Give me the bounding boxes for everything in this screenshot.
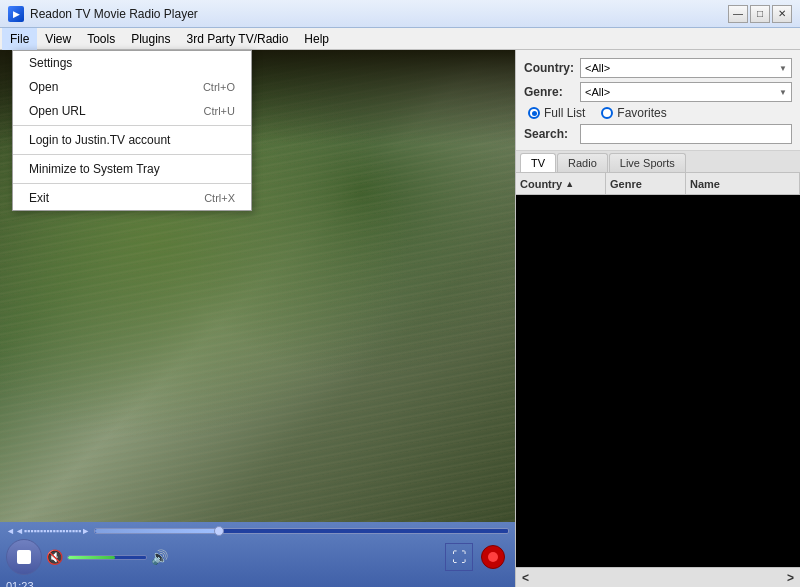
- menu-help[interactable]: Help: [296, 28, 337, 50]
- volume-icon[interactable]: 🔊: [151, 549, 168, 565]
- table-body: [516, 195, 800, 567]
- list-type-row: Full List Favorites: [524, 106, 792, 120]
- title-bar: ▶ Readon TV Movie Radio Player — □ ✕: [0, 0, 800, 28]
- menu-thirdparty[interactable]: 3rd Party TV/Radio: [179, 28, 297, 50]
- full-list-radio-circle: [528, 107, 540, 119]
- progress-thumb: [214, 526, 224, 536]
- filter-panel: Country: <All> ▼ Genre: <All> ▼ Full Lis…: [516, 50, 800, 151]
- record-button[interactable]: [481, 545, 505, 569]
- volume-track[interactable]: [67, 555, 147, 560]
- th-country[interactable]: Country ▲: [516, 173, 606, 194]
- favorites-radio-circle: [601, 107, 613, 119]
- menu-separator-1: [13, 125, 251, 126]
- maximize-button[interactable]: □: [750, 5, 770, 23]
- menu-open-url[interactable]: Open URL Ctrl+U: [13, 99, 251, 123]
- stop-icon: [17, 550, 31, 564]
- channel-table: Country ▲ Genre Name < >: [516, 173, 800, 587]
- sort-arrow-country: ▲: [565, 179, 574, 189]
- progress-label: ◄◄▪▪▪▪▪▪▪▪▪▪▪▪▪▪▪▪▪▪►: [6, 526, 90, 536]
- progress-track[interactable]: [94, 528, 509, 534]
- th-name[interactable]: Name: [686, 173, 800, 194]
- menu-plugins[interactable]: Plugins: [123, 28, 178, 50]
- menu-minimize-tray[interactable]: Minimize to System Tray: [13, 157, 251, 181]
- tab-radio[interactable]: Radio: [557, 153, 608, 172]
- menu-file[interactable]: File: [2, 28, 37, 50]
- fullscreen-button[interactable]: ⛶: [445, 543, 473, 571]
- search-input[interactable]: [580, 124, 792, 144]
- menu-exit[interactable]: Exit Ctrl+X: [13, 186, 251, 210]
- favorites-label: Favorites: [617, 106, 666, 120]
- stop-button[interactable]: [6, 539, 42, 575]
- search-row: Search:: [524, 124, 792, 144]
- progress-fill: [95, 529, 219, 533]
- genre-filter-row: Genre: <All> ▼: [524, 82, 792, 102]
- controls-bar: ◄◄▪▪▪▪▪▪▪▪▪▪▪▪▪▪▪▪▪▪► 🔇 🔊 ⛶: [0, 522, 515, 587]
- progress-container: ◄◄▪▪▪▪▪▪▪▪▪▪▪▪▪▪▪▪▪▪►: [6, 526, 509, 536]
- genre-dropdown-arrow: ▼: [777, 88, 789, 97]
- tab-tv[interactable]: TV: [520, 153, 556, 172]
- menu-separator-3: [13, 183, 251, 184]
- menu-login[interactable]: Login to Justin.TV account: [13, 128, 251, 152]
- volume-fill: [68, 556, 115, 559]
- menu-bar: File View Tools Plugins 3rd Party TV/Rad…: [0, 28, 800, 50]
- country-select-value: <All>: [583, 62, 777, 74]
- file-menu-dropdown: Settings Open Ctrl+O Open URL Ctrl+U Log…: [12, 50, 252, 211]
- genre-select[interactable]: <All> ▼: [580, 82, 792, 102]
- window-controls: — □ ✕: [728, 5, 792, 23]
- menu-open[interactable]: Open Ctrl+O: [13, 75, 251, 99]
- nav-next-button[interactable]: >: [781, 568, 800, 587]
- menu-settings[interactable]: Settings: [13, 51, 251, 75]
- menu-tools[interactable]: Tools: [79, 28, 123, 50]
- app-icon: ▶: [8, 6, 24, 22]
- country-filter-row: Country: <All> ▼: [524, 58, 792, 78]
- country-dropdown-arrow: ▼: [777, 64, 789, 73]
- search-label: Search:: [524, 127, 576, 141]
- genre-label: Genre:: [524, 85, 576, 99]
- country-select[interactable]: <All> ▼: [580, 58, 792, 78]
- nav-prev-button[interactable]: <: [516, 568, 535, 587]
- favorites-radio[interactable]: Favorites: [601, 106, 666, 120]
- genre-select-value: <All>: [583, 86, 777, 98]
- full-list-radio[interactable]: Full List: [528, 106, 585, 120]
- right-panel: Country: <All> ▼ Genre: <All> ▼ Full Lis…: [515, 50, 800, 587]
- menu-view[interactable]: View: [37, 28, 79, 50]
- content-tabs: TV Radio Live Sports: [516, 151, 800, 173]
- close-button[interactable]: ✕: [772, 5, 792, 23]
- window-title: Readon TV Movie Radio Player: [30, 7, 728, 21]
- mute-icon[interactable]: 🔇: [46, 549, 63, 565]
- menu-separator-2: [13, 154, 251, 155]
- minimize-button[interactable]: —: [728, 5, 748, 23]
- timestamp: 01:23: [6, 578, 509, 587]
- country-label: Country:: [524, 61, 576, 75]
- th-genre[interactable]: Genre: [606, 173, 686, 194]
- tab-live-sports[interactable]: Live Sports: [609, 153, 686, 172]
- full-list-label: Full List: [544, 106, 585, 120]
- table-nav: < >: [516, 567, 800, 587]
- table-header: Country ▲ Genre Name: [516, 173, 800, 195]
- playback-controls: 🔇 🔊 ⛶: [6, 539, 509, 575]
- record-icon: [488, 552, 498, 562]
